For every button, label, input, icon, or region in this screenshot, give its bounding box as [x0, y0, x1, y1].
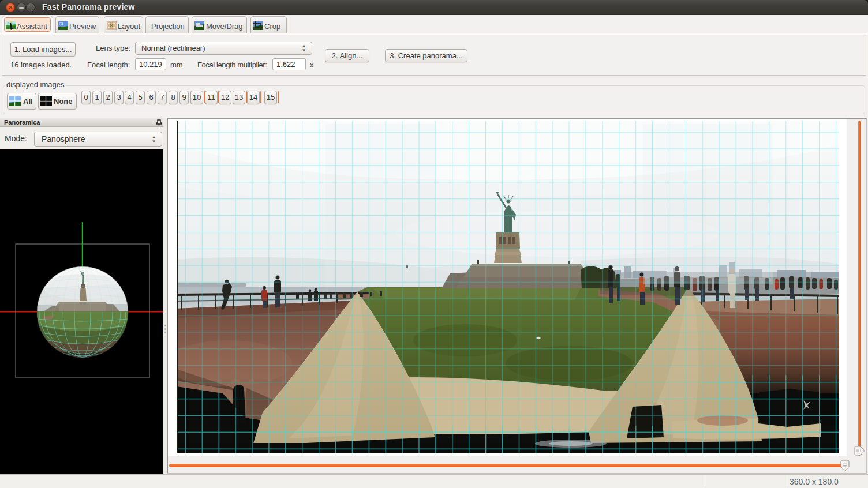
svg-text:GL: GL	[59, 22, 64, 26]
